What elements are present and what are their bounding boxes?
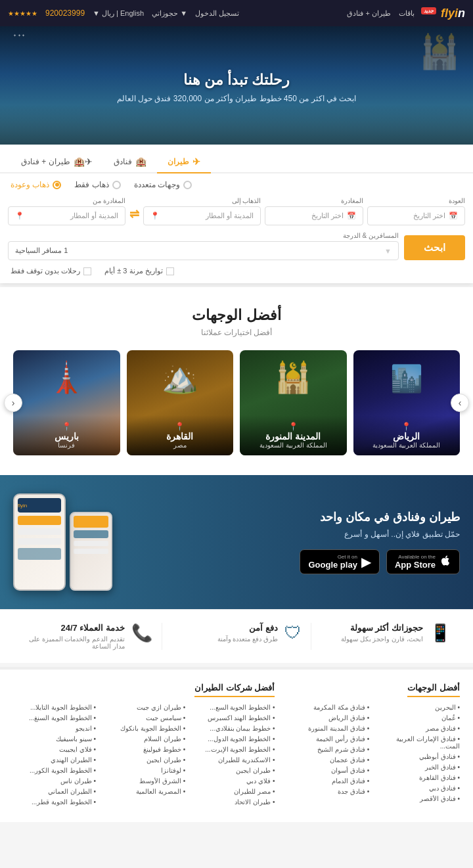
list-item[interactable]: • فنادق مصر [376, 725, 460, 732]
dest-paris-city: باريس [20, 431, 114, 442]
list-item[interactable]: • الخطوط الجوية الدول... [192, 735, 275, 742]
list-item[interactable]: • فنادق أبوظبي [376, 753, 460, 760]
nav-link-flight-hotel[interactable]: طيران + فنادق [347, 9, 391, 18]
dest-cairo-pin: 📍 [133, 422, 227, 431]
search-button[interactable]: ابحث [404, 235, 465, 260]
checkbox-flexible[interactable] [166, 267, 174, 275]
slider-arrow-left[interactable]: ‹ [4, 394, 22, 412]
tab-flight[interactable]: ✈ طيران [157, 151, 211, 173]
phone-mockup-2: flyin [13, 493, 66, 591]
list-item[interactable]: • الخطوط الجوية السع... [192, 704, 275, 711]
list-item[interactable]: • فنادق الدمام [285, 777, 369, 785]
radio-roundtrip[interactable] [53, 181, 61, 189]
list-item[interactable]: • خطوط بيمان بنقلادي... [192, 725, 275, 732]
list-item[interactable]: • الاسكندرية للطيران [192, 756, 275, 764]
app-phones: flyin [13, 493, 112, 591]
radio-oneway[interactable] [112, 181, 121, 189]
list-item[interactable]: • انديجو [13, 725, 96, 732]
list-item[interactable]: • طيران ايجين [102, 756, 185, 764]
list-item[interactable]: • سينو باسيفيك [13, 735, 96, 742]
app-store-button[interactable]: Available on the App Store [386, 549, 460, 574]
list-item[interactable]: • فنادق الخير [376, 764, 460, 771]
trip-type-oneway[interactable]: ذهاب فقط [74, 180, 120, 189]
list-item[interactable]: • الطيران الهندي [13, 756, 96, 764]
list-item[interactable]: • الخطوط الجوية التايلا... [13, 704, 96, 711]
list-item[interactable]: • الخطوط الجوية الكور... [13, 767, 96, 774]
flexible-dates-check[interactable]: تواريخ مرنة 3 ± أيام [104, 267, 173, 275]
list-item[interactable]: • فلاي ايجيبت [13, 746, 96, 753]
list-item[interactable]: • طيران الاتحاد [192, 798, 275, 806]
feature-payment-desc: طرق دفع متعددة وآمنة [217, 635, 278, 643]
destinations-slider: › ‹ 🏙️ 📍 الرياض المملكة العربية السعودية… [13, 350, 460, 455]
nav-lang[interactable]: English | ريال ▼ [93, 9, 144, 18]
phone-number[interactable]: 920023999 [45, 9, 85, 18]
from-input[interactable]: المدينة أو المطار 📍 [8, 206, 125, 225]
nonstop-check[interactable]: رحلات بدون توقف فقط [11, 267, 91, 275]
trip-type-roundtrip[interactable]: ذهاب وعودة [11, 180, 61, 189]
features-section: 📱 حجوزاتك أكثر سهولة ابحث، قارن واحجز بك… [0, 609, 473, 663]
depart-date-input[interactable]: 📅 اختر التاريخ [265, 206, 363, 225]
passengers-input[interactable]: ▼ 1 مسافر السياحية [8, 241, 399, 260]
list-item[interactable]: • طيران ازي جيت [102, 704, 185, 711]
dest-madinah-city: المدينة المنورة [246, 431, 340, 442]
dest-card-paris[interactable]: 🗼 📍 باريس فرنسا [13, 350, 120, 455]
dest-card-cairo[interactable]: 🏔️ 📍 القاهرة مصر [127, 350, 234, 455]
list-item[interactable]: • الطيران العماني [13, 788, 96, 795]
list-item[interactable]: • فنادق دبي [376, 785, 460, 792]
search-section: ✈ طيران 🏨 فنادق ✈🏨 طيران + فنادق وجهات م… [0, 145, 473, 283]
list-item[interactable]: • طيران ايجين [192, 767, 275, 774]
google-play-button[interactable]: ▶ Get it on Google play [300, 549, 379, 574]
hero-section: ✦ ✦ ✦ 🕌 رحلتك تبدأ من هنا ابحث في اكثر م… [0, 26, 473, 145]
list-item[interactable]: • سيامس جيت [102, 714, 185, 721]
depart-date-group: المغادرة 📅 اختر التاريخ [265, 197, 363, 225]
from-placeholder: المدينة أو المطار [70, 212, 118, 220]
dest-paris-country: فرنسا [20, 442, 114, 449]
list-item[interactable]: • فنادق الأقصر [376, 795, 460, 802]
list-item[interactable]: • مصر للطيران [192, 788, 275, 795]
list-item[interactable]: • لوفتانزا [102, 767, 185, 774]
list-item[interactable]: • فنادق المدينة المنورة [285, 725, 369, 732]
slider-arrow-right[interactable]: › [451, 394, 469, 412]
tab-hotel[interactable]: 🏨 فنادق [103, 151, 157, 173]
dest-cairo-country: مصر [133, 442, 227, 449]
list-item[interactable]: • المصرية العالمية [102, 788, 185, 795]
return-date-input[interactable]: 📅 اختر التاريخ [367, 206, 465, 225]
list-item[interactable]: • فنادق أسوان [285, 767, 369, 774]
dest-card-madinah[interactable]: 🕌 📍 المدينة المنورة المملكة العربية السع… [240, 350, 347, 455]
to-label: الذهاب إلى [143, 197, 261, 204]
list-item[interactable]: • طيران السلام [102, 735, 185, 742]
list-item[interactable]: • الخطوط الجوية قطر... [13, 798, 96, 806]
list-item[interactable]: • فنادق جدة [285, 788, 369, 795]
destinations-subtitle: أفضل اختيارات عملائنا [13, 328, 460, 337]
list-item[interactable]: • الخطوط الجوية السنغ... [13, 714, 96, 721]
dropdown-chevron-icon: ▼ [384, 247, 392, 255]
navbar-logo[interactable]: flyin جديد [421, 7, 465, 20]
nav-bookings[interactable]: ▼ حجوزاتي [152, 9, 187, 18]
list-item[interactable]: • الخطوط الجوية بانكوك [102, 725, 185, 732]
list-item[interactable]: • خطوط فيولينغ [102, 746, 185, 753]
list-item[interactable]: • الخطوط الهند اكسبرس [192, 714, 275, 721]
list-item[interactable]: • الخطوط الجوية الإيرت... [192, 746, 275, 753]
list-item[interactable]: • فنادق مكة المكرمة [285, 704, 369, 711]
tab-flight-hotel[interactable]: ✈🏨 طيران + فنادق [11, 151, 103, 173]
list-item[interactable]: • فنادق رأس الخيمة [285, 735, 369, 742]
nav-login[interactable]: تسجيل الدخول [195, 9, 239, 18]
swap-button[interactable]: ⇌ [129, 207, 139, 225]
list-item[interactable]: • فنادق الرياض [285, 714, 369, 721]
search-button-wrap: ابحث [404, 235, 465, 260]
nav-link-packages[interactable]: باقات [399, 9, 415, 18]
list-item[interactable]: • فلاي دبي [192, 777, 275, 785]
list-item[interactable]: • الشرق الأوسط [102, 777, 185, 785]
list-item[interactable]: • فنادق شرم الشيخ [285, 746, 369, 753]
list-item[interactable]: • فنادق الإمارات العربية المت... [376, 735, 460, 750]
list-item[interactable]: • عُمان [376, 714, 460, 721]
list-item[interactable]: • طيران ناس [13, 777, 96, 785]
trip-type-multicity[interactable]: وجهات متعددة [134, 180, 192, 189]
list-item[interactable]: • فنادق القاهرة [376, 774, 460, 781]
dest-card-riyadh[interactable]: 🏙️ 📍 الرياض المملكة العربية السعودية [353, 350, 461, 455]
list-item[interactable]: • فنادق عجمان [285, 756, 369, 764]
checkbox-nonstop[interactable] [83, 267, 91, 275]
list-item[interactable]: • البحرين [376, 704, 460, 711]
to-input[interactable]: المدينة أو المطار 📍 [143, 206, 261, 225]
radio-multicity[interactable] [183, 181, 192, 189]
